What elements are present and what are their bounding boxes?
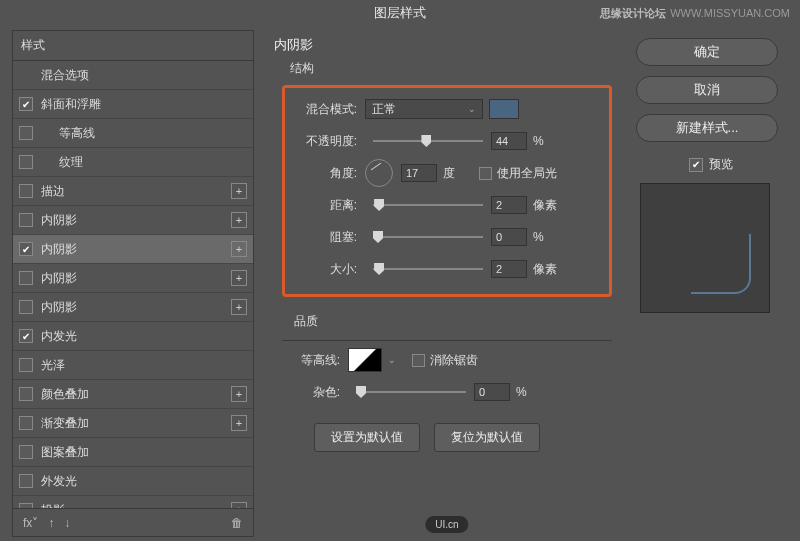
add-effect-icon[interactable]: + [231,270,247,286]
distance-unit: 像素 [533,197,561,214]
blend-mode-row: 混合模式: 正常⌄ [299,98,595,120]
structure-group: 混合模式: 正常⌄ 不透明度: 44 % 角度: 17 度 使用全局光 [282,85,612,297]
preview-label: 预览 [709,156,733,173]
main: 样式 混合选项斜面和浮雕等高线纹理描边+内阴影+内阴影+内阴影+内阴影+内发光光… [0,26,800,541]
style-checkbox[interactable] [19,97,33,111]
up-arrow-icon[interactable]: ↑ [48,516,54,530]
style-checkbox[interactable] [19,271,33,285]
style-row[interactable]: 斜面和浮雕 [13,90,253,119]
style-label: 内阴影 [41,299,227,316]
choke-label: 阻塞: [299,229,357,246]
style-row[interactable]: 图案叠加 [13,438,253,467]
add-effect-icon[interactable]: + [231,386,247,402]
style-checkbox[interactable] [19,358,33,372]
contour-picker[interactable] [348,348,382,372]
angle-unit: 度 [443,165,471,182]
preview-toggle[interactable]: 预览 [636,156,786,173]
choke-row: 阻塞: 0 % [299,226,595,248]
style-label: 内阴影 [41,270,227,287]
style-row[interactable]: 内阴影+ [13,264,253,293]
new-style-button[interactable]: 新建样式... [636,114,778,142]
antialias-checkbox[interactable] [412,354,425,367]
style-checkbox[interactable] [19,126,33,140]
style-checkbox[interactable] [19,213,33,227]
size-input[interactable]: 2 [491,260,527,278]
panel-title: 内阴影 [274,36,626,54]
style-checkbox[interactable] [19,242,33,256]
style-checkbox[interactable] [19,300,33,314]
style-label: 外发光 [41,473,247,490]
size-row: 大小: 2 像素 [299,258,595,280]
chevron-down-icon[interactable]: ⌄ [388,355,396,365]
add-effect-icon[interactable]: + [231,241,247,257]
style-row[interactable]: 渐变叠加+ [13,409,253,438]
style-row[interactable]: 内阴影+ [13,235,253,264]
style-row[interactable]: 内阴影+ [13,293,253,322]
opacity-slider[interactable] [373,140,483,142]
angle-dial[interactable] [365,159,393,187]
add-effect-icon[interactable]: + [231,299,247,315]
style-label: 内发光 [41,328,247,345]
blend-mode-label: 混合模式: [299,101,357,118]
choke-slider[interactable] [373,236,483,238]
style-row[interactable]: 混合选项 [13,61,253,90]
trash-icon[interactable]: 🗑 [231,516,243,530]
style-row[interactable]: 纹理 [13,148,253,177]
down-arrow-icon[interactable]: ↓ [64,516,70,530]
size-unit: 像素 [533,261,561,278]
size-slider[interactable] [373,268,483,270]
ok-button[interactable]: 确定 [636,38,778,66]
noise-unit: % [516,385,544,399]
preview-checkbox[interactable] [689,158,703,172]
style-checkbox[interactable] [19,445,33,459]
add-effect-icon[interactable]: + [231,415,247,431]
left-column: 样式 混合选项斜面和浮雕等高线纹理描边+内阴影+内阴影+内阴影+内阴影+内发光光… [0,26,258,541]
global-light-checkbox[interactable] [479,167,492,180]
titlebar: 图层样式 思缘设计论坛WWW.MISSYUAN.COM [0,0,800,26]
style-row[interactable]: 光泽 [13,351,253,380]
quality-group: 品质 等高线: ⌄ 消除锯齿 杂色: 0 % [282,313,612,403]
style-checkbox[interactable] [19,155,33,169]
preview-box [640,183,770,313]
style-row[interactable]: 外发光 [13,467,253,496]
style-checkbox[interactable] [19,329,33,343]
noise-slider[interactable] [356,391,466,393]
style-row[interactable]: 等高线 [13,119,253,148]
style-row[interactable]: 颜色叠加+ [13,380,253,409]
opacity-input[interactable]: 44 [491,132,527,150]
angle-label: 角度: [299,165,357,182]
style-checkbox[interactable] [19,474,33,488]
add-effect-icon[interactable]: + [231,502,247,509]
style-list: 样式 混合选项斜面和浮雕等高线纹理描边+内阴影+内阴影+内阴影+内阴影+内发光光… [12,30,254,509]
add-effect-icon[interactable]: + [231,183,247,199]
style-row[interactable]: 内阴影+ [13,206,253,235]
global-light-label: 使用全局光 [497,165,557,182]
distance-input[interactable]: 2 [491,196,527,214]
style-row[interactable]: 描边+ [13,177,253,206]
watermark: 思缘设计论坛WWW.MISSYUAN.COM [600,6,790,21]
reset-default-button[interactable]: 复位为默认值 [434,423,540,452]
blend-mode-select[interactable]: 正常⌄ [365,99,483,119]
cancel-button[interactable]: 取消 [636,76,778,104]
chevron-down-icon: ⌄ [468,104,476,114]
style-checkbox[interactable] [19,184,33,198]
distance-row: 距离: 2 像素 [299,194,595,216]
style-label: 斜面和浮雕 [41,96,247,113]
style-checkbox[interactable] [19,416,33,430]
noise-input[interactable]: 0 [474,383,510,401]
noise-row: 杂色: 0 % [282,381,612,403]
fx-icon[interactable]: fx˅ [23,516,38,530]
distance-label: 距离: [299,197,357,214]
style-row[interactable]: 内发光 [13,322,253,351]
choke-input[interactable]: 0 [491,228,527,246]
distance-slider[interactable] [373,204,483,206]
dialog-title: 图层样式 [374,4,426,22]
style-checkbox[interactable] [19,387,33,401]
set-default-button[interactable]: 设置为默认值 [314,423,420,452]
style-row[interactable]: 投影+ [13,496,253,509]
add-effect-icon[interactable]: + [231,212,247,228]
style-label: 渐变叠加 [41,415,227,432]
angle-input[interactable]: 17 [401,164,437,182]
style-label: 内阴影 [41,241,227,258]
shadow-color-swatch[interactable] [489,99,519,119]
